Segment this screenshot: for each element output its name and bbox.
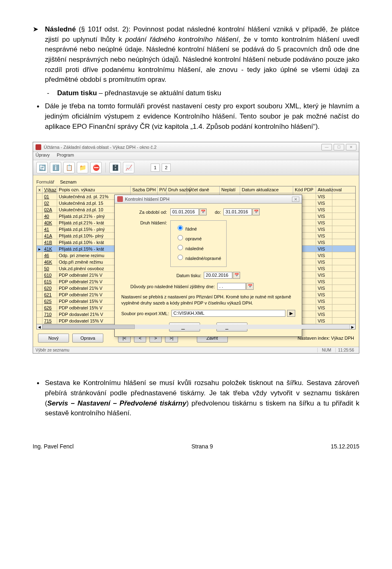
calendar-icon[interactable]: 📅 — [233, 272, 240, 279]
modal-info-text: Nastavení se přebírá z nastavení pro Při… — [121, 294, 295, 306]
novy-button[interactable]: Nový — [38, 334, 69, 343]
footer-date: 15.12.2015 — [331, 443, 359, 450]
statusbar: Výběr ze seznamu NUM 11:25:56 — [33, 347, 359, 353]
app-window: Účtárna - Základní datová oblast - Výkaz… — [33, 142, 359, 354]
calendar-icon[interactable]: 📅 — [199, 208, 207, 215]
input-xml[interactable]: C:\VIS\KH.XML — [172, 310, 285, 317]
para-nasledne: Následné (§ 101f odst. 2): Povinnost pod… — [33, 25, 359, 85]
status-time: 11:25:56 — [335, 348, 356, 352]
status-num: NUM — [317, 348, 335, 352]
label-od: Za období od: — [121, 210, 170, 215]
close-button[interactable]: ✕ — [346, 144, 356, 150]
modal-close-button[interactable]: ✕ — [292, 197, 299, 202]
toolbar: 🔄 ℹ️ 📋 📁 ⛔ 🗄️ 📈 1 2 — [33, 160, 359, 175]
tool-copy-icon[interactable]: 📋 — [63, 162, 75, 173]
input-duvody[interactable]: . . — [217, 283, 246, 290]
label-duvody: Důvody pro následné hlášení zjištěny dne… — [121, 284, 217, 289]
tool-open-icon[interactable]: 📁 — [77, 162, 88, 173]
label-druh: Druh hlášení: — [121, 220, 170, 225]
window-title: Účtárna - Základní datová oblast - Výkaz… — [44, 145, 321, 150]
status-left: Výběr ze seznamu — [36, 348, 69, 352]
minimize-button[interactable]: — — [321, 144, 332, 150]
input-od[interactable]: 01.01.2016 — [170, 208, 199, 215]
menubar: Úpravy Program — [33, 152, 359, 160]
input-do[interactable]: 31.01.2016 — [223, 208, 252, 215]
tool-info-icon[interactable]: ℹ️ — [50, 162, 61, 173]
tool-data-icon[interactable]: 🗄️ — [109, 162, 121, 173]
footer-author: Ing. Pavel Fencl — [33, 443, 74, 450]
para-sestava: Sestava ke Kontrolnímu hlášení se musí k… — [33, 378, 359, 419]
win-switch-1[interactable]: 1 — [151, 164, 160, 172]
browse-button[interactable]: ▶ — [287, 310, 295, 317]
menu-program[interactable]: Program — [57, 152, 74, 157]
horizontal-scrollbar[interactable]: ◄ ► — [37, 324, 355, 329]
index-label: Nastaven index: Výkaz DPH — [298, 336, 354, 341]
grid-header: x Výkaz Popis ozn. výkazu Sazba DPH P/V … — [37, 186, 355, 193]
tab-formular[interactable]: Formulář — [36, 179, 54, 184]
radio-nasledne-opravne[interactable]: následné/opravné — [176, 253, 221, 261]
modal-kontrolni-hlaseni: Kontrolní hlášení DPH ✕ Za období od: 01… — [114, 195, 302, 337]
tool-refresh-icon[interactable]: 🔄 — [36, 162, 48, 173]
para-datum-tisku: Datum tisku – přednastavuje se aktuální … — [33, 88, 359, 99]
modal-icon — [117, 196, 123, 202]
radio-opravne[interactable]: opravné — [176, 234, 221, 241]
tab-seznam[interactable]: Seznam — [60, 179, 76, 184]
input-tisk[interactable]: 20.02.2016 — [204, 272, 232, 279]
titlebar: Účtárna - Základní datová oblast - Výkaz… — [33, 142, 359, 152]
app-icon — [36, 144, 41, 150]
label-do: do: — [215, 210, 221, 215]
modal-title-text: Kontrolní hlášení DPH — [125, 197, 292, 202]
calendar-icon[interactable]: 📅 — [252, 208, 260, 215]
maximize-button[interactable]: ☐ — [334, 144, 344, 150]
oprava-button[interactable]: Oprava — [72, 334, 103, 343]
radio-radne[interactable]: řádné — [176, 224, 221, 231]
tool-chart-icon[interactable]: 📈 — [123, 162, 134, 173]
radio-nasledne[interactable]: následné — [176, 244, 221, 251]
data-grid[interactable]: x Výkaz Popis ozn. výkazu Sazba DPH P/V … — [36, 186, 356, 329]
para-xml: Dále je třeba na tomto formuláři provést… — [33, 101, 359, 132]
radio-group-druh: řádné opravné následné následné/opravné — [170, 220, 227, 267]
page-footer: Ing. Pavel Fencl Strana 9 15.12.2015 — [33, 443, 359, 450]
calendar-icon[interactable]: 📅 — [246, 283, 254, 290]
win-switch-2[interactable]: 2 — [162, 164, 171, 172]
menu-upravy[interactable]: Úpravy — [36, 152, 50, 157]
label-tisk: Datum tisku: — [176, 273, 204, 278]
tool-stop-icon[interactable]: ⛔ — [90, 162, 102, 173]
label-xml: Soubor pro export XML: — [121, 311, 172, 316]
footer-page: Strana 9 — [192, 443, 213, 450]
